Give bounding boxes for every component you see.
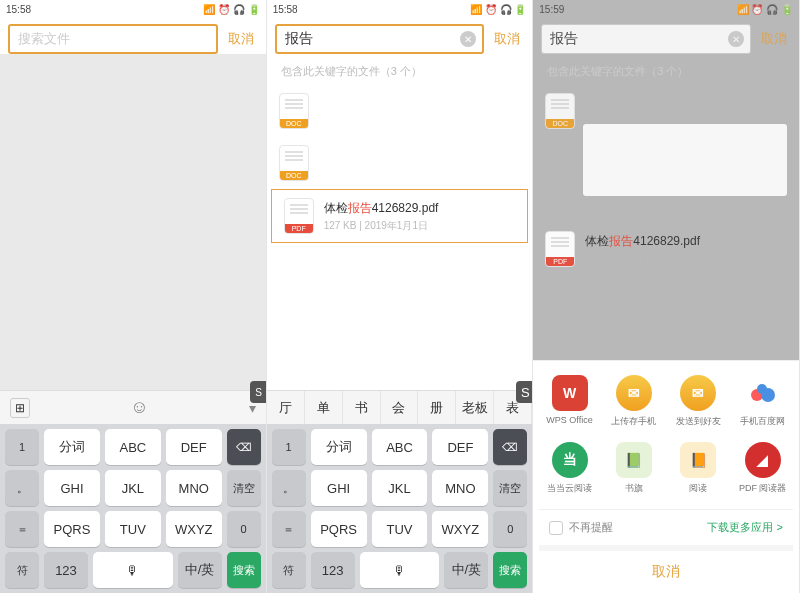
file-item[interactable]: DOC [267, 137, 533, 189]
status-time: 15:59 [539, 4, 564, 15]
key-jkl[interactable]: JKL [105, 470, 161, 506]
file-icon: DOC [279, 145, 309, 181]
suggest-item[interactable]: 书 [343, 391, 381, 424]
key-clear[interactable]: 清空 [227, 470, 261, 506]
app-pdfreader[interactable]: ◢ PDF 阅读器 [733, 442, 793, 495]
file-sub: 127 KB | 2019年1月1日 [585, 252, 787, 266]
key-def[interactable]: DEF [166, 429, 222, 465]
clear-icon[interactable]: ✕ [460, 31, 476, 47]
key-backspace[interactable]: ⌫ [493, 429, 527, 465]
key-fenci[interactable]: 分词 [44, 429, 100, 465]
search-value: 报告 [285, 30, 313, 48]
sheet-cancel-button[interactable]: 取消 [539, 545, 793, 593]
keyboard-menu-icon[interactable]: ⊞ [10, 398, 30, 418]
key-mic[interactable]: 🎙 [93, 552, 173, 588]
pdf-icon: PDF [545, 231, 575, 267]
key-fenci[interactable]: 分词 [311, 429, 367, 465]
key-lang[interactable]: 中/英 [444, 552, 488, 588]
key-ghi[interactable]: GHI [44, 470, 100, 506]
key-side-3[interactable]: ＝ [5, 511, 39, 547]
cancel-button[interactable]: 取消 [757, 26, 791, 52]
mail-icon: ✉ [680, 375, 716, 411]
key-ghi[interactable]: GHI [311, 470, 367, 506]
app-wps[interactable]: W WPS Office [540, 375, 600, 428]
keyboard-grid: 1 分词 ABC DEF ⌫ 。 GHI JKL MNO 清空 ＝ PQRS T… [0, 424, 266, 593]
key-backspace[interactable]: ⌫ [227, 429, 261, 465]
status-bar: 15:59 📶 ⏰ 🎧 🔋 [533, 0, 799, 18]
keyboard: 厅 单 书 会 册 老板 表 S 1 分词 ABC DEF ⌫ 。 GHI JK… [267, 390, 533, 593]
keyboard-suggestions: 厅 单 书 会 册 老板 表 S [267, 390, 533, 424]
status-bar: 15:58 📶 ⏰ 🎧 🔋 [267, 0, 533, 18]
app-grid: W WPS Office ✉ 上传存手机 ✉ 发送到好友 手机百度网 当 当当云… [539, 375, 793, 495]
search-input[interactable]: 报告 ✕ [275, 24, 485, 54]
app-baiduyun[interactable]: 手机百度网 [733, 375, 793, 428]
key-pqrs[interactable]: PQRS [44, 511, 100, 547]
key-123[interactable]: 123 [44, 552, 88, 588]
file-item-highlighted[interactable]: PDF 体检报告4126829.pdf 127 KB | 2019年1月1日 [271, 189, 529, 243]
app-reader[interactable]: 📙 阅读 [668, 442, 728, 495]
key-jkl[interactable]: JKL [372, 470, 428, 506]
screen-2-search-results: 15:58 📶 ⏰ 🎧 🔋 报告 ✕ 取消 包含此关键字的文件（3 个） DOC… [267, 0, 534, 593]
key-tuv[interactable]: TUV [372, 511, 428, 547]
mail-icon: ✉ [616, 375, 652, 411]
keyboard-grid: 1 分词 ABC DEF ⌫ 。 GHI JKL MNO 清空 ＝ PQRS T… [267, 424, 533, 593]
key-clear[interactable]: 清空 [493, 470, 527, 506]
key-symbol[interactable]: 符 [272, 552, 306, 588]
key-mno[interactable]: MNO [432, 470, 488, 506]
suggest-item[interactable]: 老板 [456, 391, 494, 424]
adobe-icon: ◢ [745, 442, 781, 478]
suggest-item[interactable]: 厅 [267, 391, 305, 424]
search-input[interactable]: 搜索文件 [8, 24, 218, 54]
key-search[interactable]: 搜索 [493, 552, 527, 588]
key-side-2[interactable]: 。 [5, 470, 39, 506]
status-icons: 📶 ⏰ 🎧 🔋 [203, 4, 259, 15]
cloud-icon [745, 375, 781, 411]
suggest-item[interactable]: 会 [381, 391, 419, 424]
clear-icon[interactable]: ✕ [728, 31, 744, 47]
kb-side-badge[interactable]: S [250, 381, 267, 403]
key-lang[interactable]: 中/英 [178, 552, 222, 588]
key-tuv[interactable]: TUV [105, 511, 161, 547]
key-wxyz[interactable]: WXYZ [432, 511, 488, 547]
more-apps-link[interactable]: 下载更多应用 > [707, 520, 782, 535]
book-icon: 📗 [616, 442, 652, 478]
key-side-3[interactable]: ＝ [272, 511, 306, 547]
key-zero[interactable]: 0 [493, 511, 527, 547]
key-zero[interactable]: 0 [227, 511, 261, 547]
file-icon: DOC [545, 93, 575, 129]
suggest-item[interactable]: 单 [305, 391, 343, 424]
key-side-1[interactable]: 1 [272, 429, 306, 465]
search-header: 报告 ✕ 取消 [533, 18, 799, 60]
key-symbol[interactable]: 符 [5, 552, 39, 588]
key-mno[interactable]: MNO [166, 470, 222, 506]
search-input[interactable]: 报告 ✕ [541, 24, 751, 54]
key-wxyz[interactable]: WXYZ [166, 511, 222, 547]
key-123[interactable]: 123 [311, 552, 355, 588]
key-side-2[interactable]: 。 [272, 470, 306, 506]
key-def[interactable]: DEF [432, 429, 488, 465]
no-remind-checkbox[interactable]: 不再提醒 [549, 520, 613, 535]
key-abc[interactable]: ABC [105, 429, 161, 465]
dangdang-icon: 当 [552, 442, 588, 478]
app-shuqi[interactable]: 📗 书旗 [604, 442, 664, 495]
key-side-1[interactable]: 1 [5, 429, 39, 465]
search-value: 报告 [550, 30, 578, 48]
key-mic[interactable]: 🎙 [360, 552, 440, 588]
app-sendwx[interactable]: ✉ 发送到好友 [668, 375, 728, 428]
file-name: 体检报告4126829.pdf [585, 233, 787, 250]
screen-1-search-empty: 15:58 📶 ⏰ 🎧 🔋 搜索文件 取消 ⊞ ☺ ▾ S 1 分词 ABC D… [0, 0, 267, 593]
file-item[interactable]: DOC [267, 85, 533, 137]
key-abc[interactable]: ABC [372, 429, 428, 465]
app-upload[interactable]: ✉ 上传存手机 [604, 375, 664, 428]
kb-side-badge[interactable]: S [516, 381, 533, 403]
key-pqrs[interactable]: PQRS [311, 511, 367, 547]
pdf-icon: PDF [284, 198, 314, 234]
emoji-icon[interactable]: ☺ [130, 397, 148, 418]
key-search[interactable]: 搜索 [227, 552, 261, 588]
cancel-button[interactable]: 取消 [224, 26, 258, 52]
wps-icon: W [552, 375, 588, 411]
suggest-item[interactable]: 册 [418, 391, 456, 424]
cancel-button[interactable]: 取消 [490, 26, 524, 52]
status-time: 15:58 [273, 4, 298, 15]
app-dangdang[interactable]: 当 当当云阅读 [540, 442, 600, 495]
